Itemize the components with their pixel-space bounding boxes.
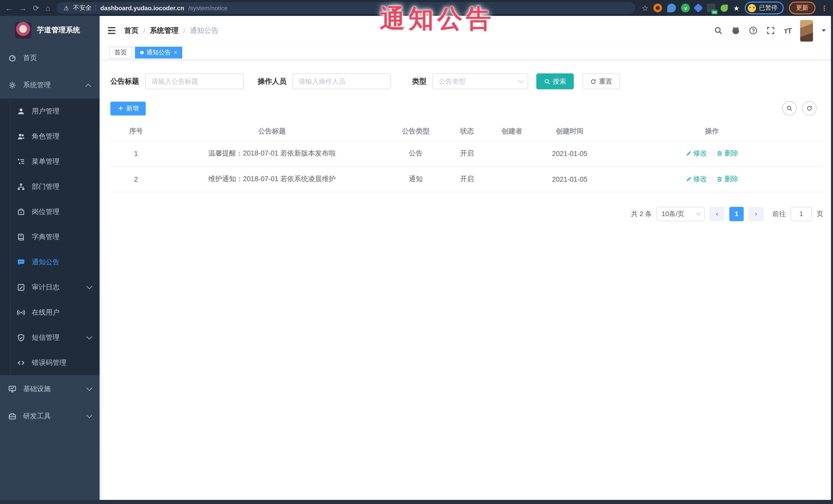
bookmark-star-icon[interactable]: ☆ bbox=[642, 3, 648, 13]
close-icon[interactable]: × bbox=[174, 49, 177, 55]
window-bottom-edge bbox=[0, 500, 833, 504]
col-created: 创建时间 bbox=[539, 122, 600, 141]
add-button[interactable]: 新增 bbox=[110, 101, 146, 115]
breadcrumb-system[interactable]: 系统管理 bbox=[150, 26, 178, 35]
docs-help-icon[interactable] bbox=[749, 26, 758, 35]
browser-refresh-icon[interactable]: ⟳ bbox=[33, 4, 39, 12]
sidebar-item-dict[interactable]: 字典管理 bbox=[0, 224, 100, 249]
sidebar-item-roles[interactable]: 角色管理 bbox=[0, 124, 100, 149]
sidebar-item-label: 岗位管理 bbox=[32, 207, 60, 216]
edit-label: 修改 bbox=[693, 149, 707, 158]
main-area: 首页 / 系统管理 / 通知公告 тT 首页 通知公告 bbox=[101, 16, 833, 504]
sidebar-item-online-users[interactable]: 在线用户 bbox=[0, 300, 100, 325]
monitor-chart-icon bbox=[8, 385, 17, 393]
refresh-table-button[interactable] bbox=[802, 101, 816, 116]
title-field-label: 公告标题 bbox=[110, 77, 139, 86]
sidebar-item-error-codes[interactable]: 错误码管理 bbox=[0, 350, 100, 375]
cell-title: 温馨提醒：2018-07-01 若依新版本发布啦 bbox=[162, 141, 382, 166]
sidebar-item-posts[interactable]: 岗位管理 bbox=[0, 199, 100, 224]
cell-type: 通知 bbox=[382, 166, 449, 192]
browser-forward-icon[interactable]: → bbox=[19, 4, 27, 12]
sidebar-item-infrastructure[interactable]: 基础设施 bbox=[0, 375, 100, 402]
address-bar[interactable]: ⚠ 不安全 dashboard.yudao.iocoder.cn /system… bbox=[56, 2, 636, 14]
current-page-button[interactable]: 1 bbox=[729, 207, 744, 221]
delete-link[interactable]: 删除 bbox=[717, 174, 738, 184]
search-icon[interactable] bbox=[714, 26, 723, 35]
sidebar-item-label: 短信管理 bbox=[32, 333, 60, 342]
app-logo-row[interactable]: 芋道管理系统 bbox=[0, 16, 100, 44]
search-form: 公告标题 操作人员 类型 公告类型 搜索 重置 bbox=[110, 73, 825, 89]
edit-link[interactable]: 修改 bbox=[686, 174, 707, 184]
collapse-sidebar-icon[interactable] bbox=[107, 26, 117, 35]
edit-link[interactable]: 修改 bbox=[686, 149, 707, 158]
title-input[interactable] bbox=[145, 73, 244, 89]
update-button[interactable]: 更新 bbox=[789, 2, 815, 15]
goto-page-input[interactable] bbox=[790, 207, 812, 221]
browser-menu-icon[interactable]: ⋮ bbox=[821, 4, 828, 12]
sidebar-item-departments[interactable]: 部门管理 bbox=[0, 174, 100, 199]
code-icon bbox=[17, 359, 25, 367]
chevron-down-icon bbox=[696, 211, 701, 216]
extension-pin-icon[interactable] bbox=[667, 4, 676, 12]
github-icon[interactable] bbox=[732, 26, 740, 35]
notice-table: 序号 公告标题 公告类型 状态 创建者 创建时间 操作 1 温馨提醒：2018-… bbox=[110, 122, 823, 192]
prev-page-button[interactable]: ‹ bbox=[709, 207, 725, 221]
tab-home[interactable]: 首页 bbox=[109, 46, 132, 58]
shield-icon bbox=[17, 333, 25, 341]
sidebar-item-label: 错误码管理 bbox=[32, 358, 67, 367]
extension-leaf-icon[interactable] bbox=[721, 4, 728, 11]
avatar-caret-icon[interactable] bbox=[822, 29, 826, 34]
col-actions: 操作 bbox=[600, 122, 823, 141]
operator-input[interactable] bbox=[292, 73, 390, 89]
page-size-select[interactable]: 10条/页 bbox=[657, 207, 705, 221]
delete-link[interactable]: 删除 bbox=[717, 149, 738, 158]
profile-emoji-icon bbox=[748, 4, 756, 12]
reset-button[interactable]: 重置 bbox=[582, 73, 620, 89]
app-title: 芋道管理系统 bbox=[37, 25, 80, 34]
fullscreen-icon[interactable] bbox=[766, 26, 775, 35]
search-icon bbox=[786, 105, 792, 111]
cell-created: 2021-01-05 bbox=[539, 141, 600, 166]
search-icon bbox=[544, 78, 550, 85]
cell-title: 维护通知：2018-07-01 若依系统凌晨维护 bbox=[162, 166, 382, 192]
chevron-up-icon bbox=[86, 83, 91, 89]
extension-diamond-icon[interactable] bbox=[694, 3, 703, 13]
col-title: 公告标题 bbox=[162, 122, 382, 141]
extension-switch-icon[interactable]: on bbox=[707, 4, 716, 12]
sidebar-item-system[interactable]: 系统管理 bbox=[0, 71, 100, 99]
extension-green-icon[interactable]: v bbox=[681, 4, 690, 12]
type-select[interactable]: 公告类型 bbox=[433, 73, 528, 89]
col-status: 状态 bbox=[449, 122, 485, 141]
menu-tree-icon bbox=[17, 157, 25, 166]
search-button[interactable]: 搜索 bbox=[536, 73, 574, 89]
sidebar-item-label: 在线用户 bbox=[32, 308, 60, 317]
operator-field-label: 操作人员 bbox=[258, 77, 286, 86]
browser-back-icon[interactable]: ← bbox=[5, 4, 13, 12]
page-size-value: 10条/页 bbox=[662, 209, 684, 218]
toggle-search-button[interactable] bbox=[782, 101, 796, 116]
profile-paused-chip[interactable]: 已暂停 bbox=[745, 2, 784, 15]
extension-orange-icon[interactable] bbox=[653, 4, 662, 12]
url-separator bbox=[96, 5, 96, 11]
breadcrumb-home[interactable]: 首页 bbox=[124, 26, 139, 35]
breadcrumb: 首页 / 系统管理 / 通知公告 bbox=[124, 26, 219, 35]
tab-notice[interactable]: 通知公告 × bbox=[135, 46, 183, 58]
sidebar-item-notice[interactable]: 通知公告 bbox=[0, 249, 100, 274]
col-seq: 序号 bbox=[110, 122, 162, 141]
next-page-button[interactable]: › bbox=[748, 207, 764, 221]
sidebar-item-users[interactable]: 用户管理 bbox=[0, 99, 100, 124]
extension-on-badge: on bbox=[711, 10, 718, 15]
sidebar-item-sms[interactable]: 短信管理 bbox=[0, 325, 100, 350]
sidebar-item-menus[interactable]: 菜单管理 bbox=[0, 149, 100, 174]
browser-home-icon[interactable]: ⌂ bbox=[45, 4, 50, 12]
avatar[interactable] bbox=[800, 20, 813, 41]
page-unit-label: 页 bbox=[816, 209, 823, 218]
sidebar-item-home[interactable]: 首页 bbox=[0, 44, 100, 71]
extensions-menu-icon[interactable]: ★ bbox=[733, 4, 740, 12]
sidebar-item-audit-log[interactable]: 审计日志 bbox=[0, 274, 100, 300]
sidebar-divider bbox=[100, 16, 101, 504]
sidebar-item-dev-tools[interactable]: 研发工具 bbox=[0, 402, 100, 430]
font-size-icon[interactable]: тT bbox=[784, 26, 791, 35]
chevron-down-icon bbox=[87, 333, 92, 339]
type-field-label: 类型 bbox=[412, 77, 427, 86]
